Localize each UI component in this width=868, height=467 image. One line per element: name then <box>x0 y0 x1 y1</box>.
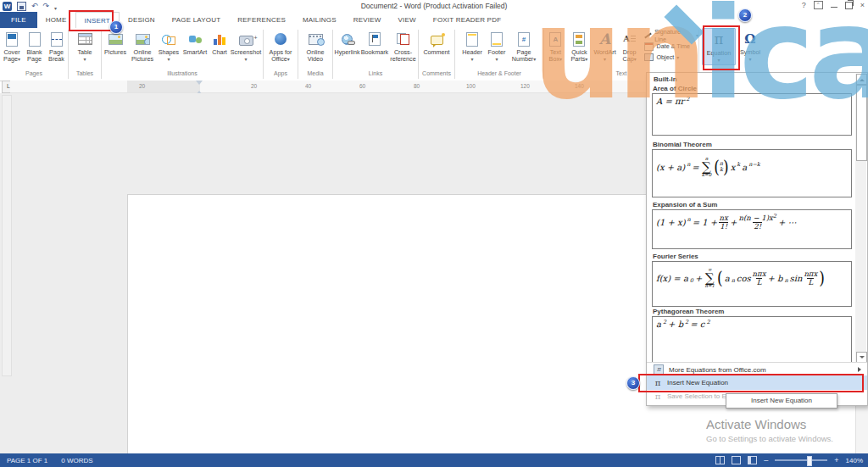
screenshot-button[interactable]: Screenshot <box>230 28 262 64</box>
vertical-ruler[interactable] <box>2 95 12 376</box>
header-icon <box>466 32 478 47</box>
online-pictures-icon <box>136 34 150 45</box>
annotation-step-3: 3 <box>626 376 640 390</box>
ruler-mark: 60 <box>359 83 365 89</box>
window-title: Document2 - Word (Product Activation Fai… <box>0 2 868 10</box>
gallery-scrollbar[interactable] <box>855 74 866 363</box>
equation-item-area-of-circle[interactable]: A = πr2 <box>652 93 852 136</box>
ruler-mark: 20 <box>251 83 257 89</box>
dropdown-arrow-icon <box>696 31 698 39</box>
tab-view[interactable]: VIEW <box>390 12 425 28</box>
page-indicator[interactable]: PAGE 1 OF 1 <box>7 457 47 464</box>
dropdown-arrow-icon <box>244 56 247 63</box>
zoom-level[interactable]: 140% <box>846 457 863 464</box>
gallery-scrollbar-thumb[interactable] <box>856 85 867 161</box>
date-time-button[interactable]: Date & Time <box>644 42 698 51</box>
drop-cap-icon: A <box>623 33 636 45</box>
header-button[interactable]: Header <box>459 28 485 64</box>
gallery-section-header: Built-In <box>654 75 677 83</box>
online-pictures-button[interactable]: Online Pictures <box>128 28 157 64</box>
text-box-button[interactable]: A Text Box <box>544 28 567 64</box>
shapes-icon <box>162 34 175 45</box>
apps-for-office-button[interactable]: Apps for Office <box>266 28 295 64</box>
tab-page-layout[interactable]: PAGE LAYOUT <box>164 12 229 28</box>
word-count[interactable]: 0 WORDS <box>61 457 92 464</box>
activate-windows-line2: Go to Settings to activate Windows. <box>706 434 833 443</box>
dropdown-arrow-icon <box>18 56 20 63</box>
hyperlink-button[interactable]: Hyperlink <box>333 28 361 56</box>
drop-cap-button[interactable]: A Drop Cap <box>618 28 642 64</box>
signature-line-button[interactable]: Signature Line <box>644 31 698 40</box>
screenshot-icon <box>239 36 253 46</box>
ruler-mark: 120 <box>520 83 530 89</box>
cover-page-button[interactable]: Cover Page <box>1 28 24 64</box>
tab-foxit-reader-pdf[interactable]: FOXIT READER PDF <box>425 12 509 28</box>
symbol-button[interactable]: Ω Symbol <box>736 28 765 64</box>
group-tables: Table Tables <box>69 28 101 81</box>
symbol-omega-icon: Ω <box>744 31 755 47</box>
bookmark-button[interactable]: Bookmark <box>361 28 388 56</box>
annotation-step-1: 1 <box>109 20 123 34</box>
group-label-header-footer: Header & Footer <box>455 70 543 81</box>
group-label-links: Links <box>333 70 418 81</box>
footer-button[interactable]: Footer <box>485 28 509 64</box>
group-label-apps: Apps <box>264 70 298 81</box>
tab-mailings[interactable]: MAILINGS <box>294 12 345 28</box>
minimize-icon[interactable] <box>831 2 837 8</box>
online-video-button[interactable]: Online Video <box>302 28 329 64</box>
pictures-icon <box>108 34 123 45</box>
dropdown-arrow-icon <box>533 56 536 63</box>
zoom-slider-thumb[interactable] <box>807 456 812 466</box>
scroll-up-icon[interactable] <box>856 74 867 85</box>
blank-page-button[interactable]: Blank Page <box>24 28 46 64</box>
table-button[interactable]: Table <box>72 28 97 64</box>
equation-item-label: Expansion of a Sum <box>653 201 717 208</box>
page-number-button[interactable]: # Page Number <box>509 28 539 64</box>
smartart-button[interactable]: SmartArt <box>181 28 209 56</box>
zoom-slider[interactable] <box>775 459 827 461</box>
equation-item-fourier-series[interactable]: f(x) = a0 + ∞∑n=1 ( an cos nπxL + bn sin… <box>652 261 852 307</box>
zoom-out-icon[interactable]: – <box>764 457 768 464</box>
annotation-step-2: 2 <box>738 8 752 22</box>
print-layout-icon[interactable] <box>732 456 741 464</box>
ruler-mark: 20 <box>139 83 145 89</box>
equation-item-binomial-theorem[interactable]: (x + a)n = n∑k=0 (nk) xkan−k <box>652 149 852 197</box>
chart-button[interactable]: Chart <box>209 28 230 56</box>
zoom-in-icon[interactable]: + <box>834 457 838 464</box>
menu-separator <box>647 362 867 363</box>
read-mode-icon[interactable] <box>715 456 725 464</box>
group-label-media: Media <box>298 70 332 81</box>
shapes-button[interactable]: Shapes <box>157 28 181 64</box>
web-layout-icon[interactable] <box>748 456 757 464</box>
hyperlink-icon <box>342 34 353 45</box>
window-controls: ? ^ × <box>802 1 865 9</box>
dropdown-arrow-icon <box>604 56 606 63</box>
text-box-icon: A <box>549 32 561 47</box>
table-icon <box>78 33 92 45</box>
object-button[interactable]: Object <box>644 53 698 62</box>
activate-windows-line1: Activate Windows <box>706 417 833 431</box>
save-selection-icon: π <box>654 392 662 401</box>
group-label-illustrations: Illustrations <box>102 70 263 81</box>
tab-design[interactable]: DESIGN <box>120 12 164 28</box>
ribbon-display-options-icon[interactable]: ^ <box>814 1 823 9</box>
quick-parts-button[interactable]: Quick Parts <box>567 28 593 64</box>
ruler-mark: 140 <box>575 83 584 89</box>
equation-item-expansion-of-a-sum[interactable]: (1 + x)n = 1 + nx1! + n(n − 1)x22! + ⋯ <box>652 209 852 249</box>
tab-file[interactable]: FILE <box>0 12 37 28</box>
dropdown-arrow-icon <box>83 56 86 63</box>
restore-icon[interactable] <box>845 2 853 9</box>
close-icon[interactable]: × <box>860 1 865 9</box>
annotation-box-insert-new-equation <box>638 374 864 392</box>
group-pages: Cover Page Blank Page Page Break Pages <box>0 28 68 81</box>
tab-review[interactable]: REVIEW <box>345 12 390 28</box>
tab-references[interactable]: REFERENCES <box>229 12 294 28</box>
wordart-button[interactable]: A WordArt <box>592 28 618 64</box>
annotation-box-equation-button <box>703 25 740 70</box>
cross-reference-button[interactable]: Cross-reference <box>388 28 418 64</box>
comment-button[interactable]: Comment <box>421 28 452 56</box>
help-icon[interactable]: ? <box>802 1 806 9</box>
equation-item-pythagorean-theorem[interactable]: a2 + b2 = c2 <box>652 316 852 363</box>
page-break-button[interactable]: Page Break <box>46 28 68 64</box>
quick-parts-icon <box>573 32 585 47</box>
